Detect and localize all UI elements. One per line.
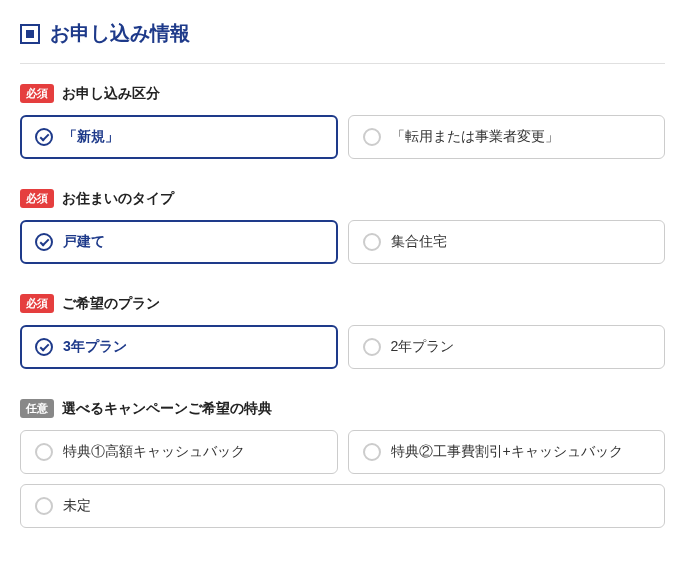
required-badge: 必須 (20, 189, 54, 208)
form-icon (20, 24, 40, 44)
option-label: 「新規」 (63, 128, 119, 146)
option-new[interactable]: 「新規」 (20, 115, 338, 159)
option-house[interactable]: 戸建て (20, 220, 338, 264)
field-label-row: 任意 選べるキャンペーンご希望の特典 (20, 399, 665, 418)
field-label-text: お住まいのタイプ (62, 190, 174, 208)
option-label: 2年プラン (391, 338, 455, 356)
option-transfer[interactable]: 「転用または事業者変更」 (348, 115, 666, 159)
radio-icon (35, 338, 53, 356)
options-row: 3年プラン 2年プラン (20, 325, 665, 369)
option-three-year[interactable]: 3年プラン (20, 325, 338, 369)
option-two-year[interactable]: 2年プラン (348, 325, 666, 369)
option-label: 未定 (63, 497, 91, 515)
required-badge: 必須 (20, 294, 54, 313)
required-badge: 必須 (20, 84, 54, 103)
field-label-row: 必須 ご希望のプラン (20, 294, 665, 313)
radio-icon (35, 497, 53, 515)
option-label: 戸建て (63, 233, 105, 251)
radio-icon (363, 233, 381, 251)
field-campaign: 任意 選べるキャンペーンご希望の特典 特典①高額キャッシュバック 特典②工事費割… (20, 399, 665, 528)
option-label: 「転用または事業者変更」 (391, 128, 559, 146)
option-undecided[interactable]: 未定 (20, 484, 665, 528)
radio-icon (363, 338, 381, 356)
radio-icon (35, 233, 53, 251)
options-row: 特典①高額キャッシュバック 特典②工事費割引+キャッシュバック 未定 (20, 430, 665, 528)
radio-icon (35, 128, 53, 146)
options-row: 「新規」 「転用または事業者変更」 (20, 115, 665, 159)
option-label: 特典②工事費割引+キャッシュバック (391, 443, 623, 461)
option-cashback[interactable]: 特典①高額キャッシュバック (20, 430, 338, 474)
section-header: お申し込み情報 (20, 20, 665, 64)
section-title: お申し込み情報 (50, 20, 190, 47)
field-label-text: 選べるキャンペーンご希望の特典 (62, 400, 272, 418)
radio-icon (363, 128, 381, 146)
radio-icon (35, 443, 53, 461)
field-plan: 必須 ご希望のプラン 3年プラン 2年プラン (20, 294, 665, 369)
field-label-row: 必須 お申し込み区分 (20, 84, 665, 103)
field-label-row: 必須 お住まいのタイプ (20, 189, 665, 208)
field-label-text: お申し込み区分 (62, 85, 160, 103)
option-label: 集合住宅 (391, 233, 447, 251)
option-apartment[interactable]: 集合住宅 (348, 220, 666, 264)
field-application-type: 必須 お申し込み区分 「新規」 「転用または事業者変更」 (20, 84, 665, 159)
options-row: 戸建て 集合住宅 (20, 220, 665, 264)
optional-badge: 任意 (20, 399, 54, 418)
radio-icon (363, 443, 381, 461)
field-label-text: ご希望のプラン (62, 295, 160, 313)
field-residence-type: 必須 お住まいのタイプ 戸建て 集合住宅 (20, 189, 665, 264)
option-label: 3年プラン (63, 338, 127, 356)
option-label: 特典①高額キャッシュバック (63, 443, 245, 461)
option-discount[interactable]: 特典②工事費割引+キャッシュバック (348, 430, 666, 474)
